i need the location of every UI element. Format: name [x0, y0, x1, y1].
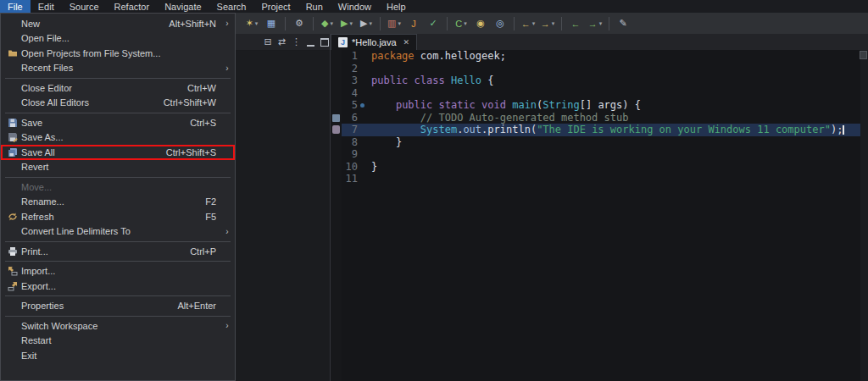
menu-item-open-file[interactable]: Open File...	[1, 31, 235, 47]
line-number[interactable]: 8	[342, 136, 364, 149]
save-all-icon[interactable]: ▦	[262, 15, 281, 32]
code-token	[371, 124, 420, 135]
menubar-item-project[interactable]: Project	[253, 0, 298, 13]
menubar-item-run[interactable]: Run	[298, 0, 331, 13]
annotation-ruler[interactable]	[331, 50, 342, 381]
run-marker-icon[interactable]	[360, 103, 364, 108]
line-number[interactable]: 9	[342, 148, 364, 161]
dropdown-arrow-icon[interactable]: ▾	[330, 20, 333, 27]
code-line[interactable]: public class Hello {	[371, 75, 860, 87]
line-number[interactable]: 1	[342, 50, 364, 63]
dropdown-arrow-icon[interactable]: ▾	[255, 20, 259, 27]
line-number[interactable]: 2	[342, 63, 364, 75]
code-line[interactable]: // TODO Auto-generated method stub	[371, 112, 860, 124]
code-token: }	[371, 136, 402, 148]
new-wizard-icon[interactable]: ✶▾	[242, 15, 261, 32]
line-number[interactable]: 7	[342, 124, 364, 136]
menu-item-revert[interactable]: Revert	[1, 160, 235, 175]
link-with-editor-icon[interactable]: ⇄	[278, 36, 286, 47]
close-tab-icon[interactable]: ✕	[403, 38, 410, 47]
code-line[interactable]: System.out.println("The IDE is working o…	[371, 124, 860, 136]
build-all-icon[interactable]: ⚙	[290, 15, 309, 32]
search-icon[interactable]: ◎	[491, 15, 509, 32]
menu-item-switch-workspace[interactable]: Switch Workspace›	[1, 318, 235, 334]
menubar-item-refactor[interactable]: Refactor	[107, 0, 158, 13]
menu-item-rename[interactable]: Rename...F2	[1, 195, 235, 210]
code-line[interactable]: package com.hellogeek;	[371, 50, 860, 63]
dropdown-arrow-icon[interactable]: ▾	[599, 20, 603, 27]
line-number-gutter[interactable]: 1234567891011	[342, 50, 364, 185]
menu-item-close-editor[interactable]: Close EditorCtrl+W	[1, 80, 235, 96]
menubar-item-edit[interactable]: Edit	[31, 0, 62, 13]
dropdown-arrow-icon[interactable]: ▾	[464, 20, 467, 27]
line-number[interactable]: 11	[342, 173, 364, 185]
forward-icon[interactable]: →▾	[538, 15, 557, 32]
line-number[interactable]: 5	[342, 99, 364, 112]
menubar-item-source[interactable]: Source	[62, 0, 107, 13]
code-line[interactable]	[371, 148, 860, 161]
menubar-item-window[interactable]: Window	[331, 0, 379, 13]
debug-icon[interactable]: ◆▾	[318, 15, 337, 32]
overview-ruler[interactable]	[860, 50, 868, 381]
code-area[interactable]: package com.hellogeek;public class Hello…	[371, 50, 860, 185]
next-edit-location-icon[interactable]: →▾	[586, 15, 604, 32]
menubar-item-file[interactable]: File	[0, 0, 31, 13]
code-line[interactable]: }	[371, 161, 860, 174]
code-line[interactable]: }	[371, 136, 860, 149]
dropdown-arrow-icon[interactable]: ▾	[398, 20, 401, 27]
minimize-view-icon[interactable]	[307, 38, 314, 47]
editor-tab-hello-java[interactable]: J *Hello.java ✕	[331, 34, 417, 50]
line-number[interactable]: 3	[342, 75, 364, 87]
menu-item-close-all-editors[interactable]: Close All EditorsCtrl+Shift+W	[1, 96, 235, 111]
dropdown-arrow-icon[interactable]: ▾	[369, 20, 372, 27]
print-icon	[3, 246, 21, 257]
junit-icon[interactable]: ✓	[424, 15, 442, 32]
menu-item-recent-files[interactable]: Recent Files›	[1, 61, 235, 76]
import-icon	[3, 266, 21, 276]
menu-item-save-as[interactable]: Save As...	[1, 130, 235, 146]
overview-ruler-header-icon[interactable]	[860, 51, 867, 59]
run-icon[interactable]: ▶▾	[337, 15, 356, 32]
annotation-icon[interactable]: ✎	[614, 15, 632, 32]
view-menu-icon[interactable]: ⋮	[292, 36, 301, 47]
new-java-class-icon[interactable]: C▾	[452, 15, 470, 32]
back-icon[interactable]: ←▾	[519, 15, 537, 32]
last-edit-location-icon[interactable]: ←	[566, 15, 585, 32]
menubar-item-search[interactable]: Search	[209, 0, 254, 13]
occurrence-marker-icon[interactable]	[332, 125, 340, 134]
java-application-icon[interactable]: J	[404, 15, 423, 32]
code-editor[interactable]: 1234567891011 package com.hellogeek;publ…	[331, 50, 868, 381]
code-line[interactable]	[371, 173, 860, 185]
line-number[interactable]: 6	[342, 112, 364, 124]
menu-item-export[interactable]: Export...	[1, 279, 235, 294]
code-line[interactable]: public static void main(String[] args) {	[371, 99, 860, 112]
coverage-icon[interactable]: ▥▾	[385, 15, 403, 32]
menu-item-properties[interactable]: PropertiesAlt+Enter	[1, 299, 235, 314]
maximize-view-icon[interactable]	[320, 38, 329, 47]
external-tools-icon[interactable]: ▶▾	[357, 15, 376, 32]
collapse-all-icon[interactable]: ⊟	[264, 36, 272, 47]
menu-item-save-all[interactable]: Save AllCtrl+Shift+S	[1, 145, 235, 160]
menu-item-exit[interactable]: Exit	[1, 348, 235, 363]
dropdown-arrow-icon[interactable]: ▾	[532, 20, 536, 27]
menubar-item-help[interactable]: Help	[379, 0, 414, 13]
task-marker-icon[interactable]	[332, 114, 340, 122]
code-line[interactable]	[371, 87, 860, 100]
code-line[interactable]	[371, 63, 860, 75]
line-number[interactable]: 10	[342, 161, 364, 174]
menu-item-convert-line-delimiters-to[interactable]: Convert Line Delimiters To›	[1, 224, 235, 240]
panel-divider[interactable]	[330, 34, 331, 381]
menu-item-print[interactable]: Print...Ctrl+P	[1, 244, 235, 259]
menu-item-save[interactable]: SaveCtrl+S	[1, 115, 235, 130]
menu-item-restart[interactable]: Restart	[1, 334, 235, 349]
menu-item-new[interactable]: NewAlt+Shift+N›	[1, 16, 235, 31]
open-type-icon[interactable]: ◉	[471, 15, 490, 32]
menu-item-import[interactable]: Import...	[1, 264, 235, 279]
line-number[interactable]: 4	[342, 87, 364, 100]
menubar-item-navigate[interactable]: Navigate	[157, 0, 209, 13]
code-token: String	[542, 99, 579, 111]
dropdown-arrow-icon[interactable]: ▾	[349, 20, 353, 27]
menu-item-refresh[interactable]: RefreshF5	[1, 209, 235, 224]
menu-item-open-projects-from-file-system[interactable]: Open Projects from File System...	[1, 46, 235, 61]
dropdown-arrow-icon[interactable]: ▾	[552, 20, 555, 27]
